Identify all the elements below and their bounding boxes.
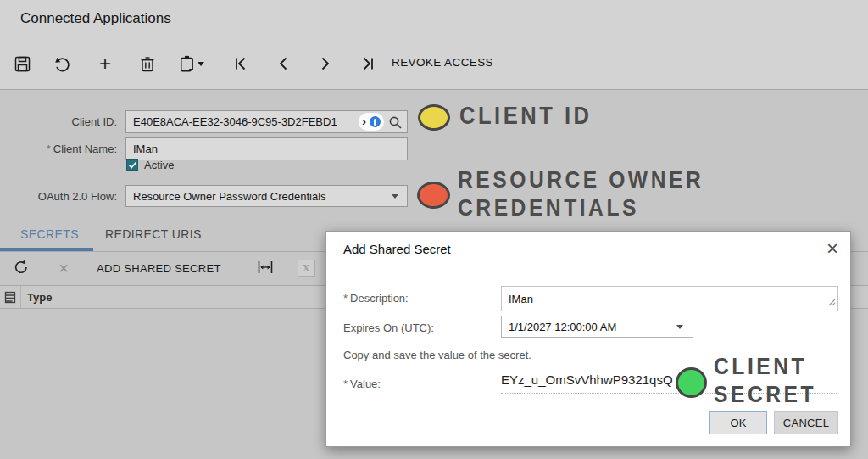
client-name-label: *Client Name: — [0, 143, 117, 155]
oauth-flow-select[interactable]: Resource Owner Password Credentials — [125, 185, 408, 207]
trash-icon — [140, 55, 155, 72]
grid-delete-row-button[interactable]: × — [53, 257, 75, 279]
export-excel-button[interactable]: X — [295, 257, 317, 279]
client-id-annotation-circle — [418, 104, 450, 131]
resource-owner-annotation-text: RESOURCE OWNER CREDENTIALS — [458, 165, 704, 221]
undo-button[interactable] — [49, 50, 76, 77]
oauth-flow-label: OAuth 2.0 Flow: — [0, 190, 117, 203]
onepassword-icon[interactable] — [368, 115, 382, 129]
client-id-label: Client ID: — [0, 115, 117, 128]
revoke-access-button[interactable]: REVOKE ACCESS — [392, 56, 493, 69]
oauth-flow-value: Resource Owner Password Credentials — [133, 190, 326, 203]
refresh-icon — [13, 259, 30, 278]
client-id-field[interactable]: E40E8ACA-EE32-3046-9C95-3D2FEBD1 › — [125, 110, 408, 133]
previous-record-button[interactable] — [270, 50, 297, 77]
client-id-value: E40E8ACA-EE32-3046-9C95-3D2FEBD1 — [133, 115, 337, 128]
description-textarea[interactable]: IMan — [501, 286, 838, 311]
client-name-field[interactable]: IMan — [125, 137, 408, 160]
last-record-button[interactable] — [354, 50, 381, 77]
excel-export-icon: X — [298, 260, 315, 277]
fit-width-icon — [257, 260, 274, 277]
dialog-title: Add Shared Secret — [343, 242, 451, 256]
description-value: IMan — [509, 293, 533, 305]
resource-owner-annotation-circle — [417, 182, 450, 209]
resize-grip-icon[interactable] — [828, 296, 836, 309]
expires-on-select[interactable]: 1/1/2027 12:00:00 AM — [501, 316, 693, 338]
refresh-button[interactable] — [10, 257, 32, 279]
fit-width-button[interactable] — [254, 257, 276, 279]
first-record-button[interactable] — [227, 50, 254, 77]
client-secret-annotation-text: CLIENT SECRET — [714, 352, 816, 408]
save-icon — [14, 55, 31, 73]
save-button[interactable] — [8, 50, 36, 77]
last-record-icon — [360, 56, 376, 71]
tab-secrets[interactable]: SECRETS — [20, 227, 79, 241]
clipboard-icon — [180, 55, 194, 72]
lookup-magnifier-icon[interactable] — [388, 115, 403, 132]
connected-applications-screen: Connected Applications + — [0, 0, 868, 459]
clipboard-menu-caret-icon — [198, 62, 204, 66]
add-button[interactable]: + — [92, 50, 119, 77]
copy-secret-hint: Copy and save the value of the secret. — [343, 349, 531, 361]
description-label: *Description: — [343, 292, 409, 305]
expires-on-label: Expires On (UTC): — [343, 322, 434, 334]
cancel-button[interactable]: CANCEL — [774, 411, 838, 434]
secret-value-text: EYz_u_OmSvVhhwP9321qsQ — [501, 372, 673, 387]
delete-button[interactable] — [134, 50, 161, 77]
autofill-pill: › — [359, 113, 384, 131]
page-title: Connected Applications — [20, 10, 171, 27]
plus-icon: + — [99, 53, 111, 74]
expires-on-value: 1/1/2027 12:00:00 AM — [509, 321, 616, 333]
grid-row-icon — [4, 291, 16, 304]
previous-record-icon — [275, 56, 291, 71]
undo-icon — [53, 54, 72, 73]
row-selector-cell[interactable] — [0, 286, 21, 308]
tab-redirect-uris[interactable]: REDIRECT URIS — [105, 227, 202, 241]
next-record-icon — [318, 56, 333, 71]
next-record-button[interactable] — [312, 50, 339, 77]
active-checkbox-label: Active — [144, 159, 174, 171]
column-header-type[interactable]: Type — [27, 291, 52, 304]
client-secret-annotation-circle — [676, 367, 707, 398]
x-icon: × — [58, 259, 69, 278]
active-checkbox[interactable] — [126, 159, 138, 171]
dialog-title-divider — [326, 266, 850, 266]
dropdown-caret-icon — [392, 194, 398, 199]
client-id-annotation-text: CLIENT ID — [459, 102, 592, 130]
clipboard-button[interactable] — [173, 50, 210, 77]
active-tab-underline — [0, 248, 93, 251]
client-name-value: IMan — [133, 143, 158, 155]
check-icon — [128, 160, 137, 170]
first-record-icon — [233, 56, 248, 71]
dropdown-caret-icon — [676, 325, 683, 329]
chevron-right-icon: › — [362, 114, 366, 128]
dialog-close-button[interactable]: × — [826, 237, 838, 261]
add-shared-secret-dialog: Add Shared Secret × *Description: IMan E… — [326, 231, 851, 447]
add-shared-secret-button[interactable]: ADD SHARED SECRET — [97, 262, 221, 275]
ok-button[interactable]: OK — [709, 411, 767, 434]
value-label: *Value: — [343, 378, 381, 390]
